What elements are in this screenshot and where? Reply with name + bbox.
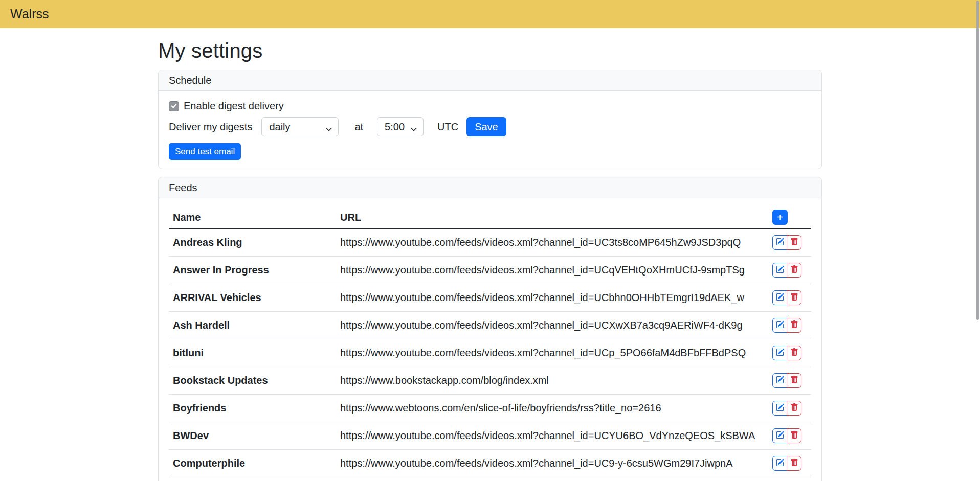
feeds-table: Name URL + Andreas Kling https://www.you… bbox=[169, 207, 811, 481]
feed-actions-cell bbox=[768, 312, 811, 339]
feed-url-cell: https://www.youtube.com/feeds/videos.xml… bbox=[336, 284, 768, 312]
feed-table-row: Boyfriends https://www.webtoons.com/en/s… bbox=[169, 395, 811, 422]
feed-name-cell: BWDev bbox=[169, 422, 336, 450]
feed-url-cell: https://www.youtube.com/feeds/videos.xml… bbox=[336, 339, 768, 367]
feed-name-cell: ARRIVAL Vehicles bbox=[169, 284, 336, 312]
feed-actions-cell bbox=[768, 367, 811, 395]
enable-digest-checkbox[interactable] bbox=[169, 101, 179, 111]
delete-feed-button[interactable] bbox=[787, 318, 801, 333]
feed-actions-group bbox=[772, 263, 801, 278]
send-test-email-button[interactable]: Send test email bbox=[169, 143, 241, 160]
time-select-value: 5:00 bbox=[385, 121, 405, 133]
feed-table-row: BWDev https://www.youtube.com/feeds/vide… bbox=[169, 422, 811, 450]
feed-actions-group bbox=[772, 373, 801, 388]
feeds-card-body: Name URL + Andreas Kling https://www.you… bbox=[159, 198, 821, 481]
feed-actions-group bbox=[772, 235, 801, 250]
feeds-card-header: Feeds bbox=[159, 177, 821, 198]
edit-feed-button[interactable] bbox=[772, 428, 787, 443]
edit-feed-button[interactable] bbox=[772, 456, 787, 471]
timezone-label: UTC bbox=[437, 121, 458, 133]
app-navbar: Walrss bbox=[0, 0, 980, 28]
save-button[interactable]: Save bbox=[466, 117, 506, 136]
add-feed-button[interactable]: + bbox=[772, 210, 788, 225]
trash-icon bbox=[790, 348, 798, 358]
feed-actions-cell bbox=[768, 284, 811, 312]
feed-name-cell: Ash Hardell bbox=[169, 312, 336, 339]
delete-feed-button[interactable] bbox=[787, 428, 801, 443]
trash-icon bbox=[790, 459, 798, 468]
edit-feed-button[interactable] bbox=[772, 318, 787, 333]
feed-name-cell: Answer In Progress bbox=[169, 257, 336, 284]
feed-actions-cell bbox=[768, 257, 811, 284]
feed-name-cell: Andreas Kling bbox=[169, 228, 336, 257]
pencil-square-icon bbox=[776, 293, 784, 303]
trash-icon bbox=[790, 238, 798, 247]
brand: Walrss bbox=[10, 7, 49, 21]
feed-actions-group bbox=[772, 346, 801, 360]
delete-feed-button[interactable] bbox=[787, 263, 801, 278]
delete-feed-button[interactable] bbox=[787, 290, 801, 305]
feed-actions-group bbox=[772, 401, 801, 416]
feed-actions-cell bbox=[768, 422, 811, 450]
deliver-label: Deliver my digests bbox=[169, 121, 252, 133]
feeds-card: Feeds Name URL + Andreas Kl bbox=[158, 177, 822, 481]
feed-table-row: Computerphile https://www.youtube.com/fe… bbox=[169, 450, 811, 477]
delete-feed-button[interactable] bbox=[787, 456, 801, 471]
schedule-card-body: Enable digest delivery Deliver my digest… bbox=[159, 91, 821, 169]
page-title: My settings bbox=[158, 39, 822, 62]
feed-url-cell: https://www.youtube.com/feeds/videos.xml… bbox=[336, 228, 768, 257]
feed-actions-group bbox=[772, 318, 801, 333]
edit-feed-button[interactable] bbox=[772, 290, 787, 305]
delete-feed-button[interactable] bbox=[787, 401, 801, 416]
feed-actions-cell bbox=[768, 228, 811, 257]
feed-actions-cell bbox=[768, 339, 811, 367]
feed-table-row: bitluni https://www.youtube.com/feeds/vi… bbox=[169, 339, 811, 367]
delete-feed-button[interactable] bbox=[787, 235, 801, 250]
feed-actions-cell bbox=[768, 450, 811, 477]
pencil-square-icon bbox=[776, 348, 784, 358]
feed-url-cell: https://www.webtoons.com/en/slice-of-lif… bbox=[336, 395, 768, 422]
schedule-card-header: Schedule bbox=[159, 70, 821, 91]
feed-url-cell: https://www.bookstackapp.com/blog/index.… bbox=[336, 367, 768, 395]
scrollbar-thumb[interactable] bbox=[976, 1, 979, 320]
edit-feed-button[interactable] bbox=[772, 235, 787, 250]
feed-actions-group bbox=[772, 456, 801, 471]
feed-table-row: Fireship https://www.youtube.com/feeds/v… bbox=[169, 477, 811, 481]
edit-feed-button[interactable] bbox=[772, 263, 787, 278]
edit-feed-button[interactable] bbox=[772, 346, 787, 360]
feed-url-cell: https://www.youtube.com/feeds/videos.xml… bbox=[336, 257, 768, 284]
pencil-square-icon bbox=[776, 459, 784, 468]
edit-feed-button[interactable] bbox=[772, 373, 787, 388]
feed-url-cell: https://www.youtube.com/feeds/videos.xml… bbox=[336, 422, 768, 450]
feed-name-cell: Bookstack Updates bbox=[169, 367, 336, 395]
delete-feed-button[interactable] bbox=[787, 373, 801, 388]
feed-name-cell: bitluni bbox=[169, 339, 336, 367]
feed-table-row: Answer In Progress https://www.youtube.c… bbox=[169, 257, 811, 284]
edit-feed-button[interactable] bbox=[772, 401, 787, 416]
frequency-select[interactable]: daily bbox=[261, 117, 339, 136]
feed-table-row: ARRIVAL Vehicles https://www.youtube.com… bbox=[169, 284, 811, 312]
schedule-card: Schedule Enable digest delivery Deliver … bbox=[158, 70, 822, 169]
page-scrollbar[interactable] bbox=[975, 0, 980, 481]
at-label: at bbox=[354, 121, 363, 133]
feed-table-row: Ash Hardell https://www.youtube.com/feed… bbox=[169, 312, 811, 339]
enable-digest-label: Enable digest delivery bbox=[184, 100, 284, 112]
pencil-square-icon bbox=[776, 376, 784, 385]
pencil-square-icon bbox=[776, 265, 784, 275]
trash-icon bbox=[790, 431, 798, 441]
column-header-name: Name bbox=[169, 207, 336, 228]
enable-digest-row: Enable digest delivery bbox=[169, 100, 811, 112]
main-container: My settings Schedule Enable digest deliv… bbox=[158, 39, 822, 481]
feed-url-cell: https://www.youtube.com/feeds/videos.xml… bbox=[336, 477, 768, 481]
trash-icon bbox=[790, 320, 798, 330]
trash-icon bbox=[790, 403, 798, 413]
column-header-actions: + bbox=[768, 207, 811, 228]
pencil-square-icon bbox=[776, 431, 784, 441]
time-select[interactable]: 5:00 bbox=[377, 117, 424, 136]
delivery-schedule-row: Deliver my digests daily at 5:00 UTC Sav… bbox=[169, 117, 811, 136]
trash-icon bbox=[790, 376, 798, 385]
delete-feed-button[interactable] bbox=[787, 346, 801, 360]
pencil-square-icon bbox=[776, 403, 784, 413]
chevron-down-icon bbox=[410, 124, 417, 135]
pencil-square-icon bbox=[776, 238, 784, 247]
